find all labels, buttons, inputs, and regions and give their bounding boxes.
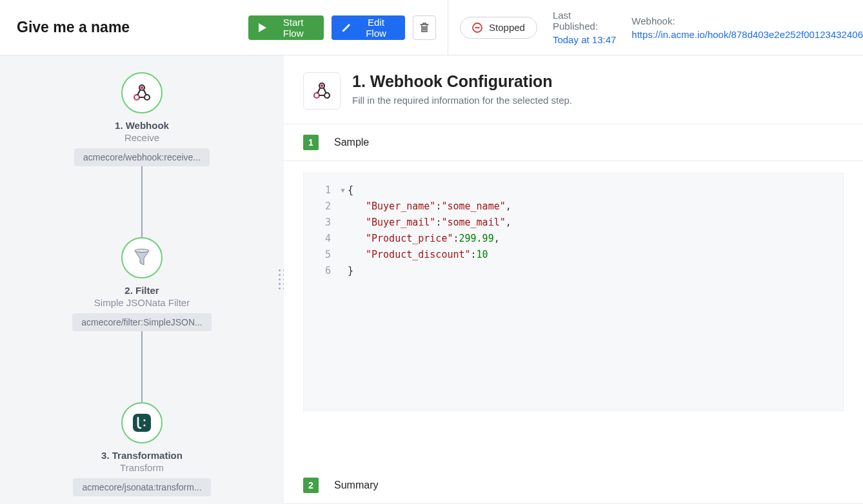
code-token: } [348, 263, 353, 279]
toolbar-actions: Start Flow Edit Flow [237, 0, 448, 55]
svg-rect-7 [133, 414, 151, 432]
pencil-icon [342, 23, 351, 32]
section-title: Summary [334, 480, 378, 491]
top-bar: Give me a name Start Flow Edit Flow Stop… [0, 0, 863, 55]
last-published: Last Published: Today at 13:47 [553, 10, 616, 45]
flow-edge [141, 331, 143, 402]
panel-header: 1. Webhook Configuration Fill in the req… [284, 55, 863, 124]
start-flow-label: Start Flow [273, 17, 313, 39]
webhook-icon [311, 81, 333, 101]
main-area: 1. Webhook Receive acmecore/webhook:rece… [0, 55, 863, 504]
funnel-icon [131, 248, 153, 267]
delete-button[interactable] [413, 15, 436, 40]
code-value: 10 [477, 247, 488, 263]
node-circle [121, 237, 163, 278]
play-icon [259, 23, 266, 32]
flow-node-webhook[interactable]: 1. Webhook Receive acmecore/webhook:rece… [64, 72, 219, 166]
node-title: 3. Transformation [101, 450, 183, 461]
svg-point-8 [143, 419, 145, 421]
stop-icon [472, 23, 482, 33]
status-pill[interactable]: Stopped [460, 17, 537, 39]
code-value: "some_mail" [441, 215, 505, 231]
last-published-value[interactable]: Today at 13:47 [553, 34, 616, 45]
webhook-label: Webhook: [631, 15, 863, 26]
edit-flow-button[interactable]: Edit Flow [332, 15, 405, 40]
node-tag: acmecore/jsonata:transform... [73, 478, 210, 496]
flow-node-transform[interactable]: 3. Transformation Transform acmecore/jso… [64, 402, 219, 496]
code-key: "Product_discount" [366, 247, 471, 263]
step-badge: 2 [303, 478, 319, 493]
step-badge: 1 [303, 135, 319, 150]
code-value: "some_name" [441, 199, 505, 215]
flow-title[interactable]: Give me a name [17, 19, 237, 36]
meta-area: Stopped Last Published: Today at 13:47 W… [448, 10, 863, 45]
node-title: 2. Filter [124, 285, 159, 296]
transform-icon [129, 411, 155, 434]
flow-edge [141, 166, 143, 237]
panel-heading: 1. Webhook Configuration [352, 72, 572, 91]
webhook-url[interactable]: https://in.acme.io/hook/878d403e2e252f00… [631, 29, 863, 40]
code-editor[interactable]: 1▾{ 2 "Buyer_name": "some_name", 3 "Buye… [303, 173, 844, 411]
svg-rect-1 [475, 27, 480, 28]
code-value: 299.99 [459, 231, 494, 247]
flow-node-filter[interactable]: 2. Filter Simple JSONata Filter acmecore… [64, 237, 219, 331]
svg-point-11 [324, 93, 330, 98]
svg-point-3 [144, 95, 150, 100]
panel-desc: Fill in the required information for the… [352, 95, 572, 106]
svg-point-2 [134, 95, 139, 100]
node-title: 1. Webhook [115, 120, 169, 131]
svg-point-5 [141, 86, 143, 89]
node-subtitle: Transform [120, 462, 164, 473]
node-subtitle: Simple JSONata Filter [94, 297, 190, 308]
section-title: Sample [334, 137, 369, 148]
config-panel: 1. Webhook Configuration Fill in the req… [284, 55, 863, 504]
last-published-label: Last Published: [553, 10, 616, 32]
code-key: "Buyer_name" [366, 199, 435, 215]
svg-point-9 [143, 424, 145, 426]
code-key: "Product_price" [366, 231, 453, 247]
panel-icon-box [303, 72, 341, 110]
webhook-icon [131, 83, 153, 102]
code-key: "Buyer_mail" [366, 215, 435, 231]
panel-titles: 1. Webhook Configuration Fill in the req… [352, 72, 572, 106]
flow-title-wrap: Give me a name [0, 19, 237, 36]
node-circle [121, 72, 163, 113]
code-area: 1▾{ 2 "Buyer_name": "some_name", 3 "Buye… [284, 161, 863, 467]
svg-point-13 [321, 84, 323, 87]
node-circle [121, 402, 163, 443]
flow-graph: 1. Webhook Receive acmecore/webhook:rece… [0, 72, 284, 496]
start-flow-button[interactable]: Start Flow [248, 15, 324, 40]
section-sample[interactable]: 1 Sample [284, 124, 863, 161]
resize-handle[interactable] [279, 269, 284, 290]
node-tag: acmecore/filter:SimpleJSON... [72, 313, 212, 331]
webhook-meta: Webhook: https://in.acme.io/hook/878d403… [631, 15, 863, 40]
status-label: Stopped [489, 22, 525, 33]
trash-icon [420, 23, 429, 33]
node-subtitle: Receive [124, 132, 159, 143]
code-token: { [348, 182, 353, 199]
svg-point-6 [135, 249, 149, 253]
svg-point-10 [314, 93, 319, 98]
node-tag: acmecore/webhook:receive... [74, 148, 210, 166]
edit-flow-label: Edit Flow [357, 17, 395, 39]
section-summary[interactable]: 2 Summary [284, 467, 863, 504]
flow-canvas[interactable]: 1. Webhook Receive acmecore/webhook:rece… [0, 55, 284, 504]
